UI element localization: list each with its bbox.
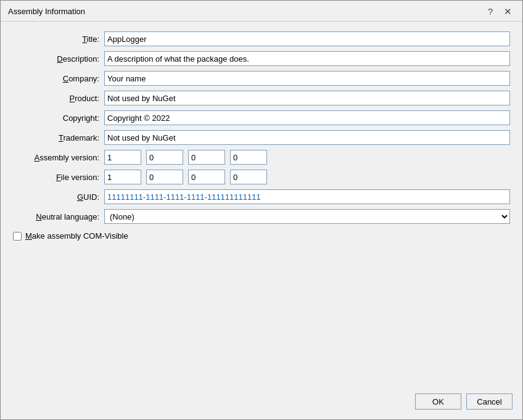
title-input[interactable]	[104, 31, 510, 46]
guid-label: GUID:	[13, 192, 99, 202]
com-visible-label[interactable]: Make assembly COM-Visible	[25, 231, 128, 241]
file-version-4[interactable]	[230, 170, 267, 184]
guid-row: GUID:	[13, 189, 510, 204]
product-label: Product:	[13, 94, 99, 103]
com-visible-checkbox[interactable]	[13, 232, 22, 241]
copyright-label: Copyright:	[13, 113, 99, 123]
guid-input[interactable]	[104, 189, 510, 204]
assembly-version-2[interactable]	[146, 150, 183, 165]
cancel-button[interactable]: Cancel	[466, 393, 513, 410]
assembly-version-row: Assembly version:	[13, 150, 510, 165]
trademark-row: Trademark:	[13, 130, 510, 145]
copyright-row: Copyright:	[13, 110, 510, 125]
description-row: Description:	[13, 51, 510, 66]
dialog-title: Assembly Information	[8, 7, 85, 16]
assembly-information-dialog: Assembly Information ? ✕ Title: Descript…	[0, 0, 523, 420]
dialog-content: Title: Description: Company: Product:	[1, 22, 522, 389]
neutral-language-select[interactable]: (None)	[104, 209, 510, 224]
file-version-3[interactable]	[188, 170, 225, 184]
file-version-2[interactable]	[146, 170, 183, 184]
com-visible-row: Make assembly COM-Visible	[13, 231, 510, 241]
assembly-version-1[interactable]	[104, 150, 141, 165]
ok-button[interactable]: OK	[415, 393, 461, 410]
assembly-version-4[interactable]	[230, 150, 267, 165]
dialog-footer: OK Cancel	[1, 389, 522, 419]
assembly-version-label: Assembly version:	[13, 153, 99, 162]
trademark-input[interactable]	[104, 130, 510, 145]
company-label: Company:	[13, 74, 99, 83]
description-input[interactable]	[104, 51, 510, 66]
product-input[interactable]	[104, 91, 510, 105]
file-version-1[interactable]	[104, 170, 141, 184]
title-bar: Assembly Information ? ✕	[1, 1, 522, 22]
product-row: Product:	[13, 91, 510, 105]
neutral-language-label: Neutral language:	[13, 212, 99, 221]
trademark-label: Trademark:	[13, 133, 99, 142]
title-label: Title:	[13, 35, 99, 44]
title-row: Title:	[13, 31, 510, 46]
file-version-row: File version:	[13, 170, 510, 184]
close-button[interactable]: ✕	[501, 6, 515, 17]
company-input[interactable]	[104, 71, 510, 86]
assembly-version-3[interactable]	[188, 150, 225, 165]
copyright-input[interactable]	[104, 110, 510, 125]
neutral-language-row: Neutral language: (None)	[13, 209, 510, 224]
file-version-label: File version:	[13, 173, 99, 182]
help-button[interactable]: ?	[485, 6, 496, 17]
title-bar-buttons: ? ✕	[485, 6, 515, 17]
company-row: Company:	[13, 71, 510, 86]
description-label: Description:	[13, 54, 99, 64]
